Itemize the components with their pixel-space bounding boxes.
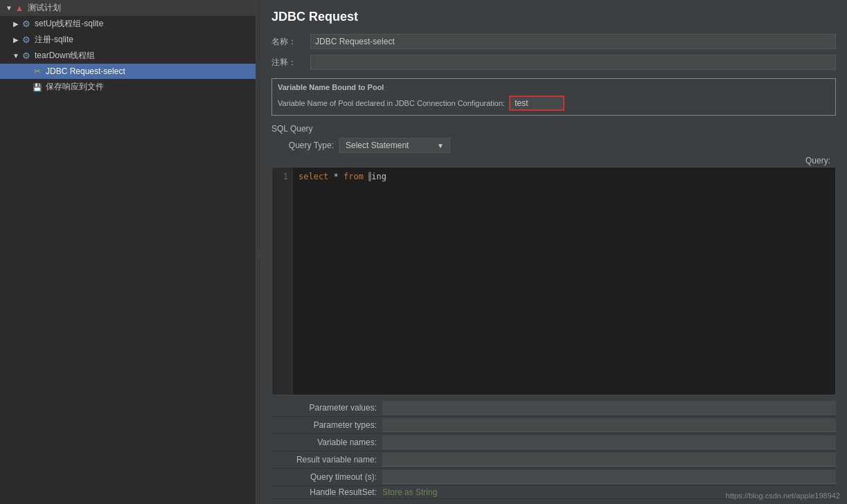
tree-panel: ▲ 测试计划 ⚙ setUp线程组-sqlite ⚙ 注册-sqlite ⚙ t… xyxy=(0,0,256,504)
query-label: Query: xyxy=(805,156,836,165)
comment-row: 注释： xyxy=(260,52,847,73)
code-star: * xyxy=(334,172,344,181)
handle-result-label: Handle ResultSet: xyxy=(271,487,382,497)
variable-names-row: Variable names: xyxy=(271,434,836,451)
gear-icon-register: ⚙ xyxy=(21,35,32,46)
code-select-keyword: select xyxy=(298,172,328,181)
right-panel: JDBC Request 名称： 注释： Variable Name Bound… xyxy=(260,0,847,504)
tree-item-jdbc-select[interactable]: ✂ JDBC Request-select xyxy=(0,64,256,79)
sql-section-title: SQL Query xyxy=(271,124,836,134)
comment-input[interactable] xyxy=(310,55,836,70)
scissors-icon: ✂ xyxy=(32,66,43,77)
gear-icon-teardown: ⚙ xyxy=(21,51,32,62)
arrow-register xyxy=(11,36,21,44)
tree-item-test-plan[interactable]: ▲ 测试计划 xyxy=(0,0,256,16)
variable-name-section: Variable Name Bound to Pool Variable Nam… xyxy=(271,78,836,116)
name-input[interactable] xyxy=(310,34,836,49)
tree-item-save-response[interactable]: 💾 保存响应到文件 xyxy=(0,79,256,95)
pool-label: Variable Name of Pool declared in JDBC C… xyxy=(278,99,505,107)
code-end: ing xyxy=(371,172,386,181)
gear-icon-setup: ⚙ xyxy=(21,19,32,30)
query-label-row: Query: xyxy=(271,156,836,167)
param-values-row: Parameter values: xyxy=(271,399,836,417)
tree-label-save: 保存响应到文件 xyxy=(46,81,104,93)
name-label: 名称： xyxy=(271,36,306,48)
tree-item-register[interactable]: ⚙ 注册-sqlite xyxy=(0,32,256,48)
params-section: Parameter values: Parameter types: Varia… xyxy=(260,395,847,503)
tree-item-setup[interactable]: ⚙ setUp线程组-sqlite xyxy=(0,16,256,32)
code-content[interactable]: select * from ing xyxy=(293,168,835,395)
variable-names-input[interactable] xyxy=(382,435,836,449)
query-type-text: Select Statement xyxy=(346,141,409,150)
dropdown-arrow-icon: ▼ xyxy=(437,142,444,150)
pool-row: Variable Name of Pool declared in JDBC C… xyxy=(278,96,830,111)
footer-url: https://blog.csdn.net/apple198942 xyxy=(726,492,840,500)
handle-result-value: Store as String xyxy=(382,487,437,497)
tree-label-teardown: tearDown线程组 xyxy=(35,50,95,62)
result-variable-input[interactable] xyxy=(382,453,836,467)
result-variable-label: Result variable name: xyxy=(271,455,382,465)
result-variable-row: Result variable name: xyxy=(271,451,836,469)
sql-section: SQL Query Query Type: Select Statement ▼… xyxy=(260,121,847,167)
arrow-test-plan xyxy=(4,4,14,12)
param-values-input[interactable] xyxy=(382,401,836,415)
query-timeout-label: Query timeout (s): xyxy=(271,472,382,482)
pool-input[interactable] xyxy=(509,96,564,111)
tree-label-setup: setUp线程组-sqlite xyxy=(35,18,103,30)
line-numbers: 1 xyxy=(272,168,293,395)
variable-names-label: Variable names: xyxy=(271,438,382,447)
arrow-teardown xyxy=(11,52,21,60)
query-timeout-input[interactable] xyxy=(382,470,836,484)
tree-label-register: 注册-sqlite xyxy=(35,34,73,46)
tree-item-teardown[interactable]: ⚙ tearDown线程组 xyxy=(0,48,256,64)
query-type-dropdown[interactable]: Select Statement ▼ xyxy=(339,138,450,153)
name-row: 名称： xyxy=(260,31,847,52)
arrow-setup xyxy=(11,20,21,28)
param-types-label: Parameter types: xyxy=(271,420,382,430)
query-type-row: Query Type: Select Statement ▼ xyxy=(271,136,836,154)
param-values-label: Parameter values: xyxy=(271,403,382,413)
flag-icon: ▲ xyxy=(14,3,25,14)
page-title: JDBC Request xyxy=(260,0,847,31)
save-icon: 💾 xyxy=(32,82,43,93)
param-types-row: Parameter types: xyxy=(271,417,836,434)
query-timeout-row: Query timeout (s): xyxy=(271,469,836,486)
code-from-keyword: from xyxy=(344,172,364,181)
tree-label-test-plan: 测试计划 xyxy=(28,2,61,14)
code-editor[interactable]: 1 select * from ing xyxy=(271,167,836,395)
variable-section-title: Variable Name Bound to Pool xyxy=(278,83,830,91)
comment-label: 注释： xyxy=(271,57,306,69)
tree-label-jdbc: JDBC Request-select xyxy=(46,66,125,76)
query-type-label: Query Type: xyxy=(271,141,334,150)
param-types-input[interactable] xyxy=(382,418,836,432)
